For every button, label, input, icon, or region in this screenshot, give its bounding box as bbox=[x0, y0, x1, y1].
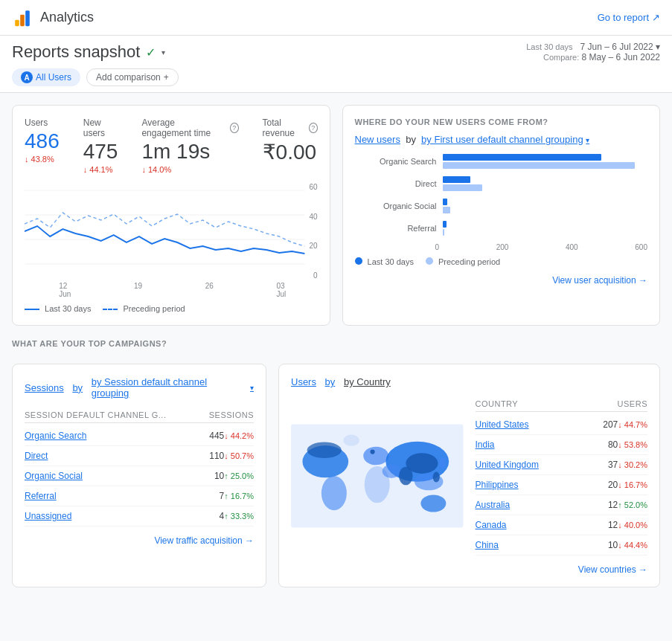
channel-grouping-arrow[interactable]: ▾ bbox=[586, 136, 589, 144]
channel-grouping-dropdown[interactable]: by First user default channel grouping bbox=[421, 134, 583, 145]
table-row: Organic Search 445 ↓ 44.2% bbox=[25, 426, 254, 446]
top-row: Users 486 ↓ 43.8% New users 475 ↓ 44.1% … bbox=[12, 105, 660, 326]
campaign-name[interactable]: Unassigned bbox=[25, 511, 220, 521]
country-name[interactable]: India bbox=[476, 439, 608, 450]
campaign-value: 10 bbox=[214, 471, 224, 481]
engagement-label: Average engagement time ? bbox=[141, 117, 238, 138]
sessions-link[interactable]: Sessions bbox=[25, 382, 64, 393]
country-change: ↓ 16.7% bbox=[618, 480, 647, 489]
campaigns-table-body: Organic Search 445 ↓ 44.2% Direct 110 ↓ … bbox=[25, 426, 254, 526]
country-change: ↓ 40.0% bbox=[618, 521, 647, 529]
bar-current bbox=[443, 221, 447, 228]
campaigns-card: Sessions by by Session default channel g… bbox=[12, 364, 266, 587]
campaign-name[interactable]: Referral bbox=[25, 491, 220, 501]
table-row: Unassigned 4 ↑ 33.3% bbox=[25, 506, 254, 526]
country-users: 37 bbox=[608, 460, 618, 470]
bar-current bbox=[443, 154, 602, 161]
country-name[interactable]: Canada bbox=[476, 520, 608, 530]
external-link-icon: ↗ bbox=[652, 12, 660, 23]
view-countries-link[interactable]: View countries → bbox=[291, 564, 647, 575]
country-users: 20 bbox=[608, 480, 618, 490]
users-metric: Users 486 ↓ 43.8% bbox=[25, 117, 60, 174]
bar-row: Referral bbox=[355, 221, 648, 236]
users-link[interactable]: Users bbox=[291, 376, 316, 387]
bar-prev bbox=[443, 229, 445, 236]
svg-point-9 bbox=[321, 476, 347, 510]
campaign-change: ↓ 50.7% bbox=[224, 451, 254, 460]
reports-snapshot-row: Reports snapshot ✓ ▾ Last 30 days 7 Jun … bbox=[12, 42, 660, 68]
new-users-link[interactable]: New users bbox=[355, 134, 400, 145]
segment-label: All Users bbox=[36, 72, 71, 83]
go-to-report-link[interactable]: Go to report ↗ bbox=[598, 12, 660, 23]
world-map bbox=[291, 396, 464, 555]
date-range-value[interactable]: 7 Jun – 6 Jul 2022 bbox=[580, 42, 653, 52]
campaign-change: ↑ 33.3% bbox=[224, 512, 254, 521]
bar-row: Direct bbox=[355, 176, 648, 191]
reports-title-text: Reports snapshot bbox=[12, 42, 140, 62]
metrics-row: Users 486 ↓ 43.8% New users 475 ↓ 44.1% … bbox=[25, 117, 318, 174]
countries-row: Canada 12 ↓ 40.0% bbox=[476, 515, 648, 535]
countries-card: Users by by Country bbox=[278, 364, 660, 587]
countries-table: COUNTRY USERS United States 207 ↓ 44.7% … bbox=[476, 396, 648, 555]
country-name[interactable]: Australia bbox=[476, 500, 608, 510]
svg-rect-0 bbox=[15, 19, 19, 25]
countries-row: India 80 ↓ 53.8% bbox=[476, 435, 648, 455]
segment-row: A All Users Add comparison + bbox=[12, 68, 660, 92]
compare-date: 8 May – 6 Jun 2022 bbox=[582, 52, 660, 62]
view-traffic-link[interactable]: View traffic acquisition → bbox=[25, 535, 254, 546]
view-user-acquisition-link[interactable]: View user acquisition → bbox=[355, 275, 648, 286]
bar-label: Organic Social bbox=[355, 202, 437, 210]
svg-rect-1 bbox=[20, 14, 25, 25]
campaign-value: 4 bbox=[220, 511, 225, 521]
table-row: Direct 110 ↓ 50.7% bbox=[25, 446, 254, 466]
check-circle-icon: ✓ bbox=[146, 45, 156, 59]
new-users-change: ↓ 44.1% bbox=[83, 165, 118, 174]
new-users-metric: New users 475 ↓ 44.1% bbox=[83, 117, 118, 174]
engagement-info-icon[interactable]: ? bbox=[230, 123, 239, 133]
engagement-value: 1m 19s bbox=[141, 140, 238, 164]
campaign-name[interactable]: Direct bbox=[25, 451, 209, 461]
svg-point-20 bbox=[406, 453, 438, 474]
session-grouping-dropdown[interactable]: by Session default channel grouping bbox=[92, 376, 247, 399]
campaign-name[interactable]: Organic Search bbox=[25, 431, 209, 441]
bar-x-axis: 0 200 400 600 bbox=[355, 243, 648, 251]
campaign-change: ↓ 44.2% bbox=[224, 431, 254, 440]
countries-row: China 10 ↓ 44.4% bbox=[476, 535, 648, 555]
bar-label: Referral bbox=[355, 224, 437, 233]
countries-table-body: United States 207 ↓ 44.7% India 80 ↓ 53.… bbox=[476, 415, 648, 555]
by-label: by bbox=[72, 382, 83, 393]
svg-point-18 bbox=[433, 472, 440, 483]
country-name[interactable]: United States bbox=[476, 419, 604, 430]
bar-group bbox=[443, 199, 648, 213]
svg-point-19 bbox=[307, 442, 342, 458]
campaign-name[interactable]: Organic Social bbox=[25, 471, 214, 481]
add-comparison-button[interactable]: Add comparison + bbox=[86, 68, 179, 86]
bar-chart: Organic Search Direct Organic Social Ref… bbox=[355, 154, 648, 236]
campaign-value: 7 bbox=[220, 491, 225, 501]
user-source-card: WHERE DO YOUR NEW USERS COME FROM? New u… bbox=[342, 105, 661, 326]
table-row: Organic Social 10 ↑ 25.0% bbox=[25, 466, 254, 486]
line-chart-container: 12Jun 19 26 03Jul 60 40 20 0 bbox=[25, 183, 318, 298]
country-name[interactable]: United Kingdom bbox=[476, 460, 608, 470]
svg-point-15 bbox=[420, 495, 446, 512]
countries-table-header: COUNTRY USERS bbox=[476, 396, 648, 412]
bar-group bbox=[443, 176, 648, 191]
revenue-info-icon[interactable]: ? bbox=[309, 123, 318, 133]
segment-avatar: A bbox=[21, 71, 33, 83]
bar-row: Organic Search bbox=[355, 154, 648, 169]
date-range-label: Last 30 days bbox=[526, 42, 572, 51]
line-chart bbox=[25, 183, 318, 280]
chart-y-labels: 60 40 20 0 bbox=[309, 183, 317, 280]
users-value: 486 bbox=[25, 129, 60, 153]
country-users: 12 bbox=[608, 500, 618, 510]
country-name[interactable]: Philippines bbox=[476, 480, 608, 490]
session-grouping-arrow[interactable]: ▾ bbox=[250, 384, 254, 392]
country-name[interactable]: China bbox=[476, 540, 608, 550]
date-dropdown-icon[interactable]: ▾ bbox=[656, 42, 660, 52]
title-dropdown-icon[interactable]: ▾ bbox=[161, 48, 165, 57]
countries-row: Philippines 20 ↓ 16.7% bbox=[476, 475, 648, 495]
engagement-change: ↓ 14.0% bbox=[141, 165, 238, 174]
all-users-chip[interactable]: A All Users bbox=[12, 68, 80, 86]
country-dropdown[interactable]: by Country bbox=[344, 376, 391, 387]
sub-header: Reports snapshot ✓ ▾ Last 30 days 7 Jun … bbox=[0, 36, 672, 93]
